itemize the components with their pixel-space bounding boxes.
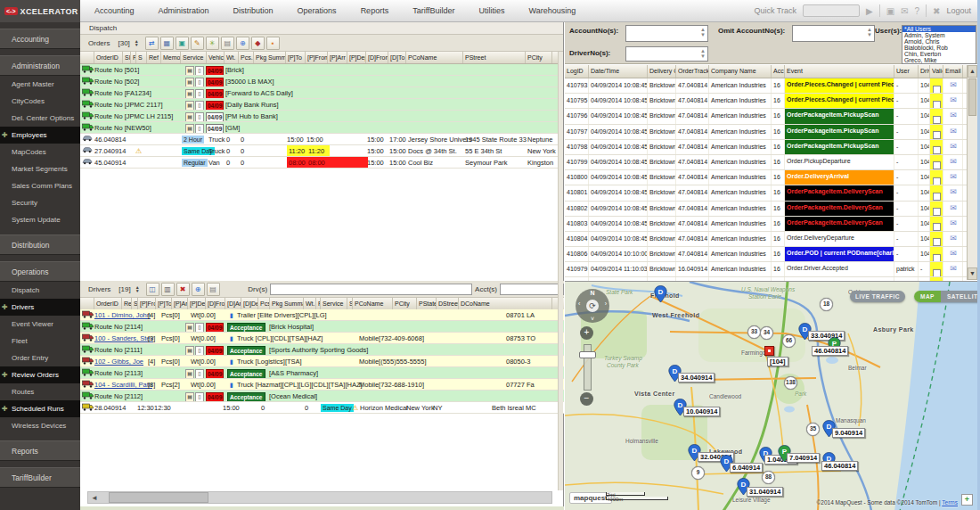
column-header-memo[interactable]: Memo	[161, 52, 181, 63]
user-option-greco-mike[interactable]: Greco, Mike	[902, 57, 976, 63]
tools-icon[interactable]: ◆	[251, 37, 265, 50]
log-row[interactable]: 41079604/09/2014 10:08:45Bricktown47.040…	[565, 109, 977, 124]
driver-route-row[interactable]: Route No [2113]▤▯04/09Acceptance[A&S Pha…	[80, 367, 564, 379]
orders-count-stepper[interactable]: ▲▼	[135, 39, 139, 46]
log-vertical-scrollbar[interactable]: ▲ ▼	[967, 65, 977, 280]
globe-icon[interactable]: ⊕	[192, 283, 205, 296]
column-header-d-from[interactable]: [D]From	[366, 52, 388, 63]
refresh-icon[interactable]: ⇄	[145, 37, 159, 50]
menu-operations[interactable]: Operations	[298, 6, 337, 15]
sidebar-item-reports[interactable]: Reports	[0, 440, 80, 461]
email-icon[interactable]: ✉	[943, 232, 963, 246]
menu-distribution[interactable]: Distribution	[233, 6, 274, 15]
map-view-button[interactable]: MAP	[914, 291, 941, 302]
log-row[interactable]: 41079904/09/2014 10:08:45Bricktown47.040…	[565, 155, 977, 170]
valid-checkbox[interactable]	[933, 177, 941, 185]
email-icon[interactable]: ✉	[943, 155, 963, 169]
valid-checkbox[interactable]	[933, 223, 941, 231]
column-header-wt[interactable]: Wt.	[304, 298, 316, 309]
log-row[interactable]: 41097904/09/2014 11:10:03Bricktown16.040…	[565, 262, 977, 277]
column-header-p-to[interactable]: [P]To	[156, 298, 172, 309]
menu-warehousing[interactable]: Warehousing	[529, 6, 576, 15]
document-icon[interactable]: ▤	[185, 124, 194, 134]
valid-checkbox[interactable]	[933, 116, 941, 124]
edit-icon[interactable]: ✎	[191, 37, 204, 50]
pan-right-icon[interactable]: ›	[605, 300, 607, 307]
sidebar-item-drivers[interactable]: ✚Drivers	[0, 299, 80, 316]
page-icon[interactable]: ▯	[195, 66, 204, 76]
driver-name-link[interactable]: 100 - Sanders, Stev	[94, 334, 153, 342]
log-row[interactable]: 41080404/09/2014 10:08:45Bricktown47.040…	[565, 232, 977, 247]
sidebar-item-tariffbuilder[interactable]: TariffBuilder	[0, 467, 80, 488]
export-icon[interactable]: ▤	[221, 37, 234, 50]
column-header-dstreet2[interactable]: DStreet2	[437, 298, 459, 309]
valid-checkbox[interactable]	[933, 146, 941, 154]
map-delivery-pin[interactable]: D	[654, 285, 667, 303]
log-row[interactable]: 41079504/09/2014 10:08:45Bricktown47.040…	[565, 94, 977, 109]
document-icon[interactable]: ▤	[185, 78, 194, 87]
document-icon[interactable]: ▤	[185, 323, 194, 333]
log-column-date-time[interactable]: Date/Time	[589, 65, 648, 78]
driver-icon[interactable]: ◫	[146, 283, 159, 296]
sidebar-item-security[interactable]: Security	[0, 194, 80, 211]
document-icon[interactable]: ▤	[185, 66, 194, 76]
column-header-pkg-summar[interactable]: Pkg Summar	[254, 52, 286, 63]
log-row[interactable]: 41080104/09/2014 10:08:45Bricktown47.040…	[565, 185, 977, 201]
map-marker-label[interactable]: 7.040914	[787, 453, 820, 463]
globe-icon[interactable]: ⊕	[236, 37, 249, 50]
terms-link[interactable]: Terms	[942, 499, 958, 506]
order-row[interactable]: 45.040914RegularVan0008:0008:0015:0015:0…	[80, 157, 563, 169]
scrollbar-thumb[interactable]	[109, 492, 208, 503]
email-icon[interactable]: ✉	[943, 185, 963, 200]
driver-row[interactable]: 104 - Scardilli, Patri[8]Pcs[2]Wt[0.00]▮…	[80, 379, 564, 391]
valid-checkbox[interactable]	[933, 101, 941, 109]
log-row[interactable]: 41080304/09/2014 10:08:45Bricktown47.040…	[565, 217, 977, 232]
column-header-d-to[interactable]: [D]To	[388, 52, 406, 63]
column-header-p-dep[interactable]: [P]Dep	[347, 52, 366, 63]
zoom-in-button[interactable]: +	[580, 326, 593, 340]
sidebar-item-citycodes[interactable]: CityCodes	[0, 93, 80, 110]
sidebar-item-accounting[interactable]: Accounting	[0, 29, 80, 49]
column-header-p-arr[interactable]: [P]Arr	[172, 298, 188, 309]
document-icon[interactable]: ▤	[185, 112, 194, 122]
pan-down-icon[interactable]: ˅	[591, 316, 594, 322]
window-icon[interactable]: ▣	[886, 6, 894, 16]
sidebar-item-order-entry[interactable]: Order Entry	[0, 350, 80, 366]
document-icon[interactable]: ▤	[185, 101, 194, 111]
order-row[interactable]: 46.0408142 HourTruck0015:0015:0015:0017:…	[80, 134, 563, 145]
log-column-ordertracki[interactable]: OrderTracki	[676, 65, 709, 78]
help-icon[interactable]: ?	[915, 6, 920, 16]
sidebar-item-agent-master[interactable]: Agent Master	[0, 76, 80, 93]
map-stop-marker[interactable]	[764, 346, 774, 356]
printer-icon[interactable]: ▥	[161, 283, 175, 296]
driver-row[interactable]: 101 - Dimino, John[4]Pcs[0]Wt[0.00]▮Trai…	[80, 309, 564, 321]
valid-checkbox[interactable]	[933, 269, 941, 277]
sidebar-item-employees[interactable]: ✚Employees	[0, 127, 80, 144]
scroll-up-icon[interactable]: ▲	[968, 65, 977, 78]
map-expand-icon[interactable]: +	[961, 494, 973, 506]
windows-icon[interactable]: ▦	[160, 37, 174, 50]
column-header-p-from[interactable]: [P]From	[138, 298, 156, 309]
driver-row[interactable]: 102 - Gibbs, Joe[4]Pcs[0]Wt[0.00]▮Truck …	[80, 356, 564, 367]
order-route-row[interactable]: Route No [JPMC 2117]▤▯04/09[Daily Bank R…	[80, 99, 563, 111]
column-header-pkg-summar[interactable]: Pkg Summar	[270, 298, 304, 309]
drv-input[interactable]	[270, 284, 472, 295]
sidebar-item-operations[interactable]: Operations	[0, 261, 80, 282]
log-row[interactable]: 41079704/09/2014 10:08:45Bricktown47.040…	[565, 125, 977, 140]
quick-track-go-icon[interactable]: ▶	[866, 6, 873, 16]
sidebar-item-routes[interactable]: Routes	[0, 383, 80, 400]
valid-checkbox[interactable]	[933, 254, 941, 262]
email-icon[interactable]: ✉	[943, 202, 963, 216]
drivers-count-stepper[interactable]: ▲▼	[135, 285, 140, 292]
driver-row[interactable]: 100 - Sanders, Stev[3]Pcs[0]Wt[0.00]▮Tru…	[80, 333, 564, 344]
driverno-input[interactable]	[625, 46, 708, 62]
logout-x-icon[interactable]: ✖	[933, 6, 940, 16]
page-icon[interactable]: ▯	[195, 101, 204, 111]
driver-name-link[interactable]: 102 - Gibbs, Joe	[94, 358, 143, 366]
valid-checkbox[interactable]	[933, 208, 941, 216]
order-route-row[interactable]: Route No [501]▤▯04/09[Brick]	[80, 64, 563, 76]
map-marker-label[interactable]: 9.040914	[832, 428, 865, 438]
page-icon[interactable]: ▯	[195, 346, 204, 356]
mail-icon[interactable]: ✉	[901, 6, 908, 16]
sidebar-item-wireless-devices[interactable]: Wireless Devices	[0, 417, 80, 434]
